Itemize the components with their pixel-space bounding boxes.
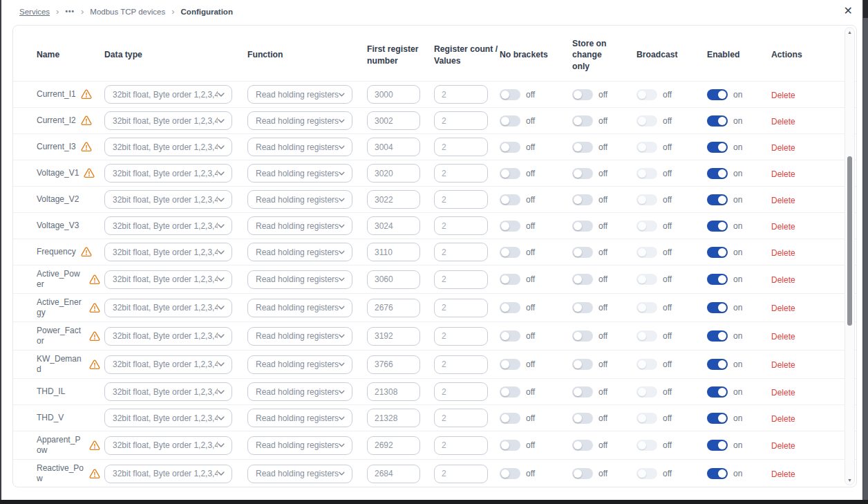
first-register-number-input[interactable] bbox=[367, 270, 420, 289]
register-count-input[interactable] bbox=[434, 270, 488, 289]
first-register-number-input[interactable] bbox=[367, 465, 420, 483]
broadcast-toggle[interactable]: off bbox=[636, 142, 707, 153]
no-brackets-toggle[interactable]: off bbox=[500, 168, 572, 179]
data-type-select[interactable]: 32bit float, Byte order 1,2,3,4 bbox=[104, 190, 232, 209]
store-on-change-only-toggle[interactable]: off bbox=[572, 142, 636, 153]
store-on-change-only-toggle[interactable]: off bbox=[572, 413, 636, 424]
function-select[interactable]: Read holding registers (3) bbox=[247, 465, 352, 483]
delete-button[interactable]: Delete bbox=[771, 469, 795, 479]
no-brackets-toggle[interactable]: off bbox=[500, 115, 572, 127]
data-type-select[interactable]: 32bit float, Byte order 1,2,3,4 bbox=[104, 382, 232, 401]
delete-button[interactable]: Delete bbox=[771, 275, 795, 285]
function-select[interactable]: Read holding registers (3) bbox=[247, 164, 352, 183]
register-count-input[interactable] bbox=[434, 436, 488, 455]
store-on-change-only-toggle[interactable]: off bbox=[572, 168, 636, 179]
first-register-number-input[interactable] bbox=[367, 138, 420, 156]
enabled-toggle[interactable]: on bbox=[707, 440, 771, 451]
store-on-change-only-toggle[interactable]: off bbox=[572, 115, 636, 127]
function-select[interactable]: Read holding registers (3) bbox=[247, 138, 352, 156]
no-brackets-toggle[interactable]: off bbox=[500, 440, 572, 451]
card-scrollbar[interactable]: ▲ ▼ bbox=[845, 27, 855, 485]
enabled-toggle[interactable]: on bbox=[707, 168, 771, 179]
register-count-input[interactable] bbox=[434, 382, 488, 401]
data-type-select[interactable]: 32bit float, Byte order 1,2,3,4 bbox=[104, 409, 232, 427]
enabled-toggle[interactable]: on bbox=[707, 194, 771, 205]
store-on-change-only-toggle[interactable]: off bbox=[572, 386, 636, 398]
broadcast-toggle[interactable]: off bbox=[636, 468, 707, 479]
enabled-toggle[interactable]: on bbox=[707, 247, 771, 258]
enabled-toggle[interactable]: on bbox=[707, 274, 771, 285]
first-register-number-input[interactable] bbox=[367, 164, 420, 183]
delete-button[interactable]: Delete bbox=[771, 388, 795, 398]
enabled-toggle[interactable]: on bbox=[707, 221, 771, 232]
broadcast-toggle[interactable]: off bbox=[636, 247, 707, 258]
delete-button[interactable]: Delete bbox=[771, 91, 795, 100]
store-on-change-only-toggle[interactable]: off bbox=[572, 89, 636, 100]
function-select[interactable]: Read holding registers (3) bbox=[247, 111, 352, 130]
data-type-select[interactable]: 32bit float, Byte order 1,2,3,4 bbox=[104, 270, 232, 289]
breadcrumb-modbus-tcp-devices[interactable]: Modbus TCP devices bbox=[90, 8, 165, 16]
no-brackets-toggle[interactable]: off bbox=[500, 302, 572, 313]
no-brackets-toggle[interactable]: off bbox=[500, 89, 572, 100]
first-register-number-input[interactable] bbox=[367, 409, 420, 427]
broadcast-toggle[interactable]: off bbox=[636, 330, 707, 342]
broadcast-toggle[interactable]: off bbox=[636, 302, 707, 313]
delete-button[interactable]: Delete bbox=[771, 222, 795, 232]
data-type-select[interactable]: 32bit float, Byte order 1,2,3,4 bbox=[104, 164, 232, 183]
delete-button[interactable]: Delete bbox=[771, 441, 795, 451]
broadcast-toggle[interactable]: off bbox=[636, 359, 707, 370]
broadcast-toggle[interactable]: off bbox=[636, 168, 707, 179]
no-brackets-toggle[interactable]: off bbox=[500, 142, 572, 153]
first-register-number-input[interactable] bbox=[367, 216, 420, 235]
register-count-input[interactable] bbox=[434, 327, 488, 346]
delete-button[interactable]: Delete bbox=[771, 169, 795, 179]
function-select[interactable]: Read holding registers (3) bbox=[247, 382, 352, 401]
enabled-toggle[interactable]: on bbox=[707, 142, 771, 153]
broadcast-toggle[interactable]: off bbox=[636, 115, 707, 127]
data-type-select[interactable]: 32bit float, Byte order 1,2,3,4 bbox=[104, 299, 232, 317]
store-on-change-only-toggle[interactable]: off bbox=[572, 302, 636, 313]
delete-button[interactable]: Delete bbox=[771, 360, 795, 370]
data-type-select[interactable]: 32bit float, Byte order 1,2,3,4 bbox=[104, 138, 232, 156]
function-select[interactable]: Read holding registers (3) bbox=[247, 355, 352, 374]
register-count-input[interactable] bbox=[434, 164, 488, 183]
delete-button[interactable]: Delete bbox=[771, 117, 795, 127]
broadcast-toggle[interactable]: off bbox=[636, 386, 707, 398]
register-count-input[interactable] bbox=[434, 190, 488, 209]
store-on-change-only-toggle[interactable]: off bbox=[572, 440, 636, 451]
breadcrumb-collapsed-ellipsis[interactable]: ••• bbox=[65, 8, 75, 15]
function-select[interactable]: Read holding registers (3) bbox=[247, 436, 352, 455]
delete-button[interactable]: Delete bbox=[771, 196, 795, 205]
first-register-number-input[interactable] bbox=[367, 382, 420, 401]
broadcast-toggle[interactable]: off bbox=[636, 89, 707, 100]
register-count-input[interactable] bbox=[434, 409, 488, 427]
function-select[interactable]: Read holding registers (3) bbox=[247, 85, 352, 104]
close-icon[interactable]: ✕ bbox=[844, 6, 853, 17]
register-count-input[interactable] bbox=[434, 111, 488, 130]
enabled-toggle[interactable]: on bbox=[707, 89, 771, 100]
store-on-change-only-toggle[interactable]: off bbox=[572, 247, 636, 258]
card-scrollbar-thumb[interactable] bbox=[847, 156, 852, 326]
enabled-toggle[interactable]: on bbox=[707, 330, 771, 342]
no-brackets-toggle[interactable]: off bbox=[500, 359, 572, 370]
delete-button[interactable]: Delete bbox=[771, 248, 795, 258]
scroll-down-icon[interactable]: ▼ bbox=[845, 478, 854, 483]
store-on-change-only-toggle[interactable]: off bbox=[572, 221, 636, 232]
window-scrollbar-strip[interactable] bbox=[862, 0, 868, 504]
delete-button[interactable]: Delete bbox=[771, 332, 795, 342]
register-count-input[interactable] bbox=[434, 355, 488, 374]
function-select[interactable]: Read holding registers (3) bbox=[247, 243, 352, 261]
enabled-toggle[interactable]: on bbox=[707, 468, 771, 479]
no-brackets-toggle[interactable]: off bbox=[500, 221, 572, 232]
function-select[interactable]: Read holding registers (3) bbox=[247, 327, 352, 346]
enabled-toggle[interactable]: on bbox=[707, 115, 771, 127]
enabled-toggle[interactable]: on bbox=[707, 386, 771, 398]
first-register-number-input[interactable] bbox=[367, 355, 420, 374]
store-on-change-only-toggle[interactable]: off bbox=[572, 330, 636, 342]
broadcast-toggle[interactable]: off bbox=[636, 194, 707, 205]
data-type-select[interactable]: 32bit float, Byte order 1,2,3,4 bbox=[104, 243, 232, 261]
data-type-select[interactable]: 32bit float, Byte order 1,2,3,4 bbox=[104, 465, 232, 483]
data-type-select[interactable]: 32bit float, Byte order 1,2,3,4 bbox=[104, 436, 232, 455]
enabled-toggle[interactable]: on bbox=[707, 302, 771, 313]
scroll-up-icon[interactable]: ▲ bbox=[845, 30, 854, 35]
